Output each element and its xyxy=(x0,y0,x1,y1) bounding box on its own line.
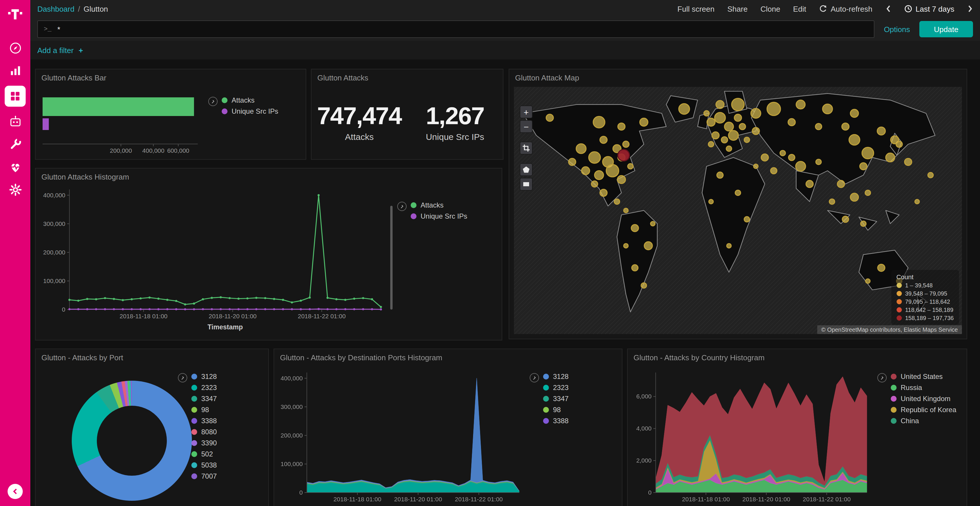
map-legend-range: 39,548 – 79,095 xyxy=(905,290,947,297)
axis-tick-label: 0 xyxy=(62,306,65,313)
legend-item-attacks[interactable]: Attacks xyxy=(410,201,467,209)
series-line-Attacks xyxy=(69,195,381,307)
legend-item-unique-src-ips[interactable]: Unique Src IPs xyxy=(410,212,467,220)
map-bubble xyxy=(862,147,873,159)
legend-item-7007[interactable]: 7007 xyxy=(191,472,217,481)
map-rectangle-tool-button[interactable] xyxy=(520,178,533,190)
update-button[interactable]: Update xyxy=(920,21,973,37)
map-bubble xyxy=(582,167,590,174)
breadcrumb-dashboard-link[interactable]: Dashboard xyxy=(37,5,75,13)
map-zoom-out-button[interactable]: − xyxy=(520,120,533,133)
legend-item-8080[interactable]: 8080 xyxy=(191,428,217,436)
axis-tick-label: 200,000 xyxy=(110,147,132,154)
time-forward-button[interactable] xyxy=(967,5,973,13)
legend-color-dot xyxy=(891,385,897,390)
bar-attacks[interactable] xyxy=(43,97,194,116)
bar-unique-src-ips[interactable] xyxy=(43,118,49,130)
map-zoom-in-button[interactable]: + xyxy=(520,106,533,118)
map-bubble xyxy=(641,283,646,288)
line-chart-svg: 0100,000200,000300,000400,0002018-11-18 … xyxy=(39,185,387,335)
legend-item-2323[interactable]: 2323 xyxy=(543,384,568,392)
map-polygon-tool-button[interactable] xyxy=(520,163,533,176)
legend-label: 3388 xyxy=(201,417,217,425)
legend-color-dot xyxy=(222,108,228,114)
legend-item-502[interactable]: 502 xyxy=(191,450,217,458)
legend-color-dot xyxy=(543,407,549,413)
query-bar: >_ * Options Update xyxy=(30,17,980,41)
time-picker-button[interactable]: Last 7 days xyxy=(904,5,955,13)
sidebar-item-visualize[interactable] xyxy=(7,63,23,79)
legend-item-united-kingdom[interactable]: United Kingdom xyxy=(891,395,956,403)
data-point xyxy=(300,308,302,310)
sidebar-item-devtools[interactable] xyxy=(7,136,23,152)
query-input[interactable]: >_ * xyxy=(37,21,874,38)
legend-toggle-button[interactable] xyxy=(530,373,539,382)
legend-color-dot xyxy=(896,299,902,304)
legend-item-98[interactable]: 98 xyxy=(543,406,568,414)
edit-button[interactable]: Edit xyxy=(793,5,806,13)
tmobile-logo[interactable] xyxy=(6,5,24,23)
legend-scrollbar[interactable] xyxy=(390,206,393,309)
legend-item-3390[interactable]: 3390 xyxy=(191,439,217,447)
map-bubble xyxy=(632,265,638,271)
legend-item-3388[interactable]: 3388 xyxy=(191,417,217,425)
options-link[interactable]: Options xyxy=(884,25,910,33)
map-canvas[interactable]: + − xyxy=(514,87,962,334)
legend-item-2323[interactable]: 2323 xyxy=(191,384,217,392)
map-legend-rows: 1 – 39,54839,548 – 79,09579,095 – 118,64… xyxy=(896,282,954,321)
chevron-right-icon xyxy=(211,100,214,103)
sidebar-item-discover[interactable] xyxy=(7,40,23,56)
legend: United StatesRussiaUnited KingdomRepubli… xyxy=(877,373,956,425)
axis-tick-label: 600,000 xyxy=(167,147,189,154)
legend-toggle-button[interactable] xyxy=(178,373,187,382)
clone-button[interactable]: Clone xyxy=(760,5,780,13)
collapse-nav-button[interactable] xyxy=(8,484,23,499)
legend-toggle-button[interactable] xyxy=(208,97,218,106)
legend-item-98[interactable]: 98 xyxy=(191,406,217,414)
axis-tick-label: 300,000 xyxy=(43,220,65,227)
legend-item-attacks[interactable]: Attacks xyxy=(222,96,278,104)
legend-toggle-button[interactable] xyxy=(877,373,887,382)
share-button[interactable]: Share xyxy=(727,5,748,13)
legend-item-3128[interactable]: 3128 xyxy=(191,373,217,381)
legend-item-united-states[interactable]: United States xyxy=(891,373,956,381)
map-bubble xyxy=(767,102,781,116)
top-menu: Full screen Share Clone Edit Auto-refres… xyxy=(678,5,973,13)
axis-tick-label: 2018-11-18 01:00 xyxy=(333,496,381,503)
legend-item-republic-of-korea[interactable]: Republic of Korea xyxy=(891,406,956,414)
full-screen-button[interactable]: Full screen xyxy=(678,5,714,13)
sidebar-item-apm[interactable] xyxy=(7,114,23,129)
map-bubble xyxy=(606,165,619,177)
map-controls: + − xyxy=(520,106,533,190)
legend-item-3347[interactable]: 3347 xyxy=(191,395,217,403)
map-legend-range: 1 – 39,548 xyxy=(905,282,933,289)
legend-item-3388[interactable]: 3388 xyxy=(543,417,568,425)
map-bubble xyxy=(640,118,648,126)
map-bubble xyxy=(780,151,785,155)
legend-item-3128[interactable]: 3128 xyxy=(543,373,568,381)
legend-item-russia[interactable]: Russia xyxy=(891,384,956,392)
legend-toggle-button[interactable] xyxy=(397,202,407,211)
legend-color-dot xyxy=(891,407,897,413)
sidebar-item-monitoring[interactable] xyxy=(7,159,23,175)
axis-tick-label: 6,000 xyxy=(636,393,652,400)
panel-title: Glutton - Attacks by Country Histogram xyxy=(633,353,764,362)
map-fit-bounds-button[interactable] xyxy=(520,142,533,154)
legend-item-unique-src-ips[interactable]: Unique Src IPs xyxy=(222,107,278,116)
sidebar-item-dashboard[interactable] xyxy=(5,86,25,107)
time-range-label: Last 7 days xyxy=(916,5,955,13)
data-point xyxy=(86,308,88,310)
sidebar-item-management[interactable] xyxy=(7,182,23,198)
legend-color-dot xyxy=(896,307,902,312)
map-bubble xyxy=(878,264,885,271)
legend-item-5038[interactable]: 5038 xyxy=(191,461,217,469)
x-axis-title: Timestamp xyxy=(207,323,243,331)
legend-item-china[interactable]: China xyxy=(891,417,956,425)
map-bubble xyxy=(751,108,761,118)
add-filter-link[interactable]: Add a filter + xyxy=(37,46,83,54)
auto-refresh-button[interactable]: Auto-refresh xyxy=(819,5,872,13)
legend-item-3347[interactable]: 3347 xyxy=(543,395,568,403)
port-donut-chart[interactable] xyxy=(72,381,192,501)
time-back-button[interactable] xyxy=(885,5,891,13)
legend-color-dot xyxy=(410,202,417,208)
